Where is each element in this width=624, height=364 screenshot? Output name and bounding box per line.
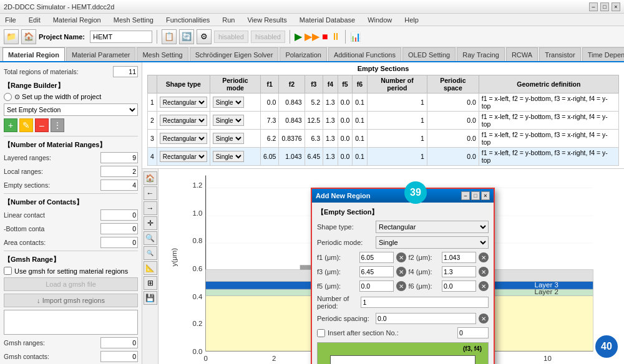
- menu-file[interactable]: File: [2, 15, 19, 25]
- remove-btn[interactable]: –: [35, 118, 49, 132]
- chart-back-btn[interactable]: ←: [144, 186, 157, 200]
- use-gmsh-checkbox[interactable]: [4, 267, 12, 275]
- table-row[interactable]: 4 Rectangular Single 6.05 1.043 6.45 1.3…: [148, 148, 619, 166]
- window-controls[interactable]: – □ ×: [589, 2, 620, 11]
- edit-btn[interactable]: ✎: [19, 118, 33, 132]
- table-row[interactable]: 2 Rectangular Single 7.3 0.843 12.5 1.3 …: [148, 112, 619, 130]
- toolbar-home-icon[interactable]: 🏠: [21, 29, 36, 45]
- f5-clear-btn[interactable]: ✕: [396, 281, 406, 291]
- maximize-button[interactable]: □: [600, 2, 609, 11]
- chart-zoom-in-btn[interactable]: 🔍: [144, 231, 157, 245]
- load-gmsh-btn[interactable]: Load a gmsh file: [4, 277, 138, 291]
- chart-grid-btn[interactable]: ⊞: [144, 276, 157, 290]
- dialog-maximize-btn[interactable]: □: [471, 191, 480, 200]
- menu-edit[interactable]: Edit: [26, 15, 43, 25]
- tab-schrodinger[interactable]: Schrödinger Eigen Solver: [190, 47, 279, 61]
- f6-input[interactable]: [442, 280, 476, 292]
- fast-forward-button[interactable]: ▶▶: [305, 31, 319, 42]
- menu-view-results[interactable]: View Results: [245, 15, 289, 25]
- table-row[interactable]: 1 Rectangular Single 0.0 0.843 5.2 1.3 0…: [148, 93, 619, 112]
- shape-type-row: Shape type: Rectangular: [317, 221, 489, 233]
- insert-input[interactable]: [457, 327, 489, 338]
- tab-transistor[interactable]: Transistor: [539, 47, 581, 61]
- chart-select-btn[interactable]: 📐: [144, 261, 157, 275]
- menu-run[interactable]: Run: [220, 15, 237, 25]
- chart-forward-btn[interactable]: →: [144, 201, 157, 215]
- toolbar-btn-2[interactable]: 🔄: [179, 29, 194, 44]
- periodic-mode-row: Periodic mode: Single: [317, 236, 489, 249]
- dialog-title-buttons[interactable]: – □ ×: [461, 191, 490, 200]
- f3-clear-btn[interactable]: ✕: [396, 267, 406, 277]
- import-gmsh-btn[interactable]: ↓ Import gmsh regions: [4, 294, 138, 307]
- periodic-spacing-clear-btn[interactable]: ✕: [479, 314, 489, 323]
- dialog-minimize-btn[interactable]: –: [461, 191, 470, 200]
- layered-ranges-input[interactable]: [100, 152, 138, 163]
- play-button[interactable]: ▶: [295, 31, 302, 42]
- gmsh-ranges-input[interactable]: [100, 337, 138, 348]
- gmsh-contacts-input[interactable]: [100, 351, 138, 362]
- tab-ray-tracing[interactable]: Ray Tracing: [457, 47, 505, 61]
- gmsh-textarea[interactable]: [4, 310, 138, 335]
- f2-clear-btn[interactable]: ✕: [479, 252, 489, 262]
- total-regions-input[interactable]: [113, 66, 138, 77]
- chart-button[interactable]: 📊: [350, 32, 361, 42]
- minimize-button[interactable]: –: [589, 2, 598, 11]
- total-regions-row: Total regions of materials:: [4, 66, 138, 77]
- col-num-period: Number of period: [367, 75, 427, 93]
- empty-sections-input[interactable]: [100, 180, 138, 191]
- tab-polarization[interactable]: Polarization: [280, 47, 326, 61]
- menu-help[interactable]: Help: [402, 15, 421, 25]
- menu-window[interactable]: Window: [365, 15, 394, 25]
- more-btn[interactable]: ⋮: [51, 118, 64, 132]
- dialog-close-x-btn[interactable]: ×: [481, 191, 490, 200]
- chart-pan-btn[interactable]: ✛: [144, 216, 157, 230]
- f4-clear-btn[interactable]: ✕: [479, 267, 489, 277]
- menu-material-region[interactable]: Material Region: [51, 15, 104, 25]
- chart-zoom-out-btn[interactable]: 🔍: [144, 246, 157, 260]
- set-width-radio[interactable]: [4, 93, 12, 101]
- f4-input[interactable]: [442, 266, 476, 277]
- add-btn[interactable]: +: [4, 118, 17, 132]
- right-panel: Empty Sections Shape type Periodic mode …: [142, 62, 624, 364]
- f2-input[interactable]: [442, 252, 476, 263]
- area-contact-input[interactable]: [100, 237, 138, 248]
- toolbar-file-icon[interactable]: 📁: [4, 29, 19, 45]
- local-ranges-input[interactable]: [100, 166, 138, 177]
- tab-rcwa[interactable]: RCWA: [506, 47, 538, 61]
- num-period-input[interactable]: [361, 297, 489, 308]
- close-button[interactable]: ×: [612, 2, 620, 11]
- project-name-input[interactable]: [90, 31, 152, 43]
- menu-mesh-setting[interactable]: Mesh Setting: [111, 15, 156, 25]
- tab-material-region[interactable]: Material Region: [2, 47, 65, 61]
- periodic-spacing-input[interactable]: [376, 313, 476, 324]
- tab-oled-setting[interactable]: OLED Setting: [402, 47, 456, 61]
- pause-button[interactable]: ⏸: [331, 31, 341, 42]
- open-file-button[interactable]: 📁: [4, 29, 19, 44]
- home-button[interactable]: 🏠: [21, 29, 36, 44]
- f5-input[interactable]: [359, 280, 394, 292]
- set-width-row[interactable]: ⊙ Set up the width of project: [4, 93, 138, 101]
- chart-save-btn[interactable]: 💾: [144, 291, 157, 305]
- tab-additional-functions[interactable]: Additional Functions: [328, 47, 401, 61]
- stop-button[interactable]: ■: [322, 31, 328, 42]
- f3-input[interactable]: [359, 266, 394, 277]
- f1-input[interactable]: [359, 252, 394, 263]
- set-empty-select[interactable]: Set Empty Section: [4, 103, 138, 116]
- toolbar-btn-3[interactable]: ⚙: [197, 29, 212, 44]
- f1-clear-btn[interactable]: ✕: [396, 252, 406, 262]
- insert-checkbox[interactable]: [317, 329, 325, 337]
- tab-material-parameter[interactable]: Material Parameter: [66, 47, 136, 61]
- chart-home-btn[interactable]: 🏠: [144, 171, 157, 185]
- bottom-contact-input[interactable]: [100, 223, 138, 234]
- tab-time-dependent[interactable]: Time Dependent Module: [582, 47, 624, 61]
- disabled-btn-2: hisabled: [251, 31, 285, 43]
- tab-mesh-setting[interactable]: Mesh Setting: [137, 47, 188, 61]
- menu-material-database[interactable]: Material Database: [297, 15, 358, 25]
- table-row[interactable]: 3 Rectangular Single 6.2 0.8376 6.3 1.3 …: [148, 130, 619, 148]
- menu-functionalities[interactable]: Functionalities: [163, 15, 212, 25]
- toolbar-btn-1[interactable]: 📋: [162, 29, 177, 44]
- linear-contact-input[interactable]: [100, 209, 138, 221]
- shape-type-select[interactable]: Rectangular: [376, 221, 489, 233]
- f6-clear-btn[interactable]: ✕: [479, 281, 489, 291]
- periodic-mode-select[interactable]: Single: [376, 236, 489, 249]
